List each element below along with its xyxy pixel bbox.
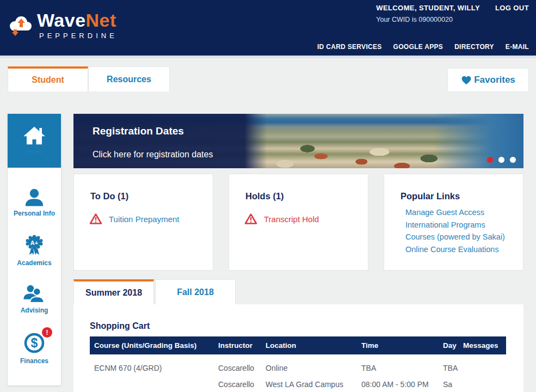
todo-title: To Do (1) xyxy=(90,191,213,201)
col-messages: Messages xyxy=(459,336,506,354)
sidebar-item-advising[interactable]: Advising xyxy=(8,284,61,314)
shopping-cart-panel: Shopping Cart Course (Units/Grading Basi… xyxy=(73,304,523,392)
welcome-block: WELCOME, STUDENT, WILLY LOG OUT Your CWI… xyxy=(376,4,529,23)
table-row: Coscarello West LA Grad Campus 08:00 AM … xyxy=(90,376,506,392)
wordmark-net: Net xyxy=(86,10,116,30)
todo-item[interactable]: Tuition Prepayment xyxy=(89,213,213,225)
home-icon xyxy=(23,126,46,145)
tab-summer-2018[interactable]: Summer 2018 xyxy=(73,279,154,304)
popular-links-title: Popular Links xyxy=(401,191,523,201)
heart-icon xyxy=(461,75,472,85)
sidebar-item-label: Advising xyxy=(21,307,48,314)
alert-badge: ! xyxy=(42,327,52,338)
tab-fall-2018[interactable]: Fall 2018 xyxy=(155,279,236,304)
tab-student[interactable]: Student xyxy=(8,66,88,91)
col-course: Course (Units/Grading Basis) xyxy=(90,336,214,354)
col-location: Location xyxy=(261,336,357,354)
holds-card: Holds (1) Transcript Hold xyxy=(229,174,368,271)
wavenet-logo[interactable]: WaveNet PEPPERDINE xyxy=(8,11,118,40)
sidebar: Home Personal Info xyxy=(8,114,61,385)
header-quicklinks: ID CARD SERVICES GOOGLE APPS DIRECTORY E… xyxy=(317,43,529,51)
people-icon xyxy=(23,284,46,304)
col-instructor: Instructor xyxy=(214,336,261,354)
cell-messages xyxy=(459,354,506,376)
sidebar-item-finances[interactable]: $ ! Finances xyxy=(8,332,61,365)
link-online-course-evaluations[interactable]: Online Course Evaluations xyxy=(405,243,523,256)
shopping-cart-title: Shopping Cart xyxy=(90,321,523,331)
sidebar-item-home[interactable]: Home xyxy=(8,114,61,168)
table-header-row: Course (Units/Grading Basis) Instructor … xyxy=(90,336,506,354)
cell-course: ECNM 670 (4/GRD) xyxy=(90,354,214,376)
cell-location: Online xyxy=(261,354,357,376)
welcome-text: WELCOME, STUDENT, WILLY xyxy=(376,4,480,12)
shopping-cart-table: Course (Units/Grading Basis) Instructor … xyxy=(90,336,506,392)
wavenet-portal: WaveNet PEPPERDINE WELCOME, STUDENT, WIL… xyxy=(0,0,536,392)
favorites-label: Favorites xyxy=(474,75,515,85)
todo-item-label: Tuition Prepayment xyxy=(109,215,180,224)
person-icon xyxy=(24,188,45,207)
link-courses-sakai[interactable]: Courses (powered by Sakai) xyxy=(405,231,523,243)
cell-day: TBA xyxy=(439,354,459,376)
sidebar-item-label: Home xyxy=(25,148,43,156)
link-international-programs[interactable]: International Programs xyxy=(405,219,523,231)
warning-triangle-icon xyxy=(244,213,257,225)
holds-title: Holds (1) xyxy=(245,191,368,201)
sidebar-item-academics[interactable]: A+ Academics xyxy=(8,235,61,267)
cell-location: West LA Grad Campus xyxy=(261,376,357,392)
cell-day: Sa xyxy=(439,376,459,392)
cell-time: TBA xyxy=(357,354,439,376)
logo-subtitle: PEPPERDINE xyxy=(37,32,118,40)
top-header: WaveNet PEPPERDINE WELCOME, STUDENT, WIL… xyxy=(0,0,536,58)
cell-instructor: Coscarello xyxy=(214,354,261,376)
nav-email[interactable]: E-MAIL xyxy=(506,43,529,51)
tab-resources[interactable]: Resources xyxy=(88,66,170,91)
favorites-button[interactable]: Favorites xyxy=(447,68,529,92)
banner-subtitle[interactable]: Click here for registration dates xyxy=(93,150,213,160)
cell-course xyxy=(90,376,214,392)
logout-link[interactable]: LOG OUT xyxy=(495,4,529,12)
carousel-dot-2[interactable] xyxy=(498,157,504,163)
col-time: Time xyxy=(357,336,439,354)
sidebar-item-label: Personal Info xyxy=(14,210,55,217)
warning-triangle-icon xyxy=(89,213,102,225)
popular-links-list: Manage Guest Access International Progra… xyxy=(405,206,523,255)
cwid-text: Your CWID is 090000020 xyxy=(376,16,529,23)
link-manage-guest-access[interactable]: Manage Guest Access xyxy=(405,206,523,219)
carousel-dot-3[interactable] xyxy=(510,157,516,163)
cell-time: 08:00 AM - 5:00 PM xyxy=(357,376,439,392)
wordmark-wave: Wave xyxy=(37,10,86,30)
carousel-dot-1[interactable] xyxy=(487,157,493,163)
todo-card: To Do (1) Tuition Prepayment xyxy=(73,174,213,271)
cell-instructor: Coscarello xyxy=(214,376,261,392)
carousel-dots xyxy=(487,157,516,163)
cloud-logo-icon xyxy=(8,14,34,38)
a-plus-ribbon-icon: A+ xyxy=(24,235,44,256)
nav-directory[interactable]: DIRECTORY xyxy=(454,43,494,51)
sidebar-item-label: Finances xyxy=(20,357,48,365)
svg-text:$: $ xyxy=(31,336,38,350)
banner-overlay xyxy=(73,114,523,168)
nav-google-apps[interactable]: GOOGLE APPS xyxy=(393,43,443,51)
col-day: Day xyxy=(439,336,459,354)
holds-item[interactable]: Transcript Hold xyxy=(244,213,368,225)
table-row: ECNM 670 (4/GRD) Coscarello Online TBA T… xyxy=(90,354,506,376)
holds-item-label: Transcript Hold xyxy=(264,215,319,224)
nav-id-card-services[interactable]: ID CARD SERVICES xyxy=(317,43,382,51)
svg-text:A+: A+ xyxy=(30,240,38,246)
popular-links-card: Popular Links Manage Guest Access Intern… xyxy=(384,174,523,271)
banner-title: Registration Dates xyxy=(93,125,184,137)
sidebar-item-label: Academics xyxy=(17,259,51,267)
sidebar-item-personal-info[interactable]: Personal Info xyxy=(8,188,61,217)
cell-messages xyxy=(459,376,506,392)
wordmark: WaveNet xyxy=(37,11,118,29)
registration-dates-banner[interactable]: Registration Dates Click here for regist… xyxy=(73,114,523,168)
